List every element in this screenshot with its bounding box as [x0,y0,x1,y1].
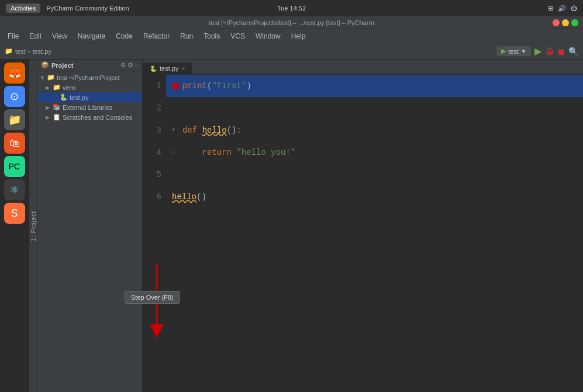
code-text-6: hello() [172,192,206,202]
run-config-icon: ▶ [501,47,506,55]
project-tab-label: 1: Project [30,210,36,241]
tree-item-testpy[interactable]: ▶ 🐍 test.py [37,92,142,102]
run-button[interactable]: ▶ [534,46,541,57]
project-toolbar: ⊕ ⚙ − [120,61,139,69]
menu-bar: File Edit View Navigate Code Refactor Ru… [0,29,583,43]
editor-tab-testpy[interactable]: 🐍 test.py × [143,63,192,74]
window-title: test [~/PycharmProjects/test] – .../test… [209,19,374,26]
breadcrumb-test[interactable]: test [15,48,26,55]
run-config-dropdown-icon: ▼ [521,48,526,54]
project-gear-icon[interactable]: ⚙ [127,61,133,69]
app-icon-chrome[interactable]: ⊙ [4,86,25,107]
editor-content[interactable]: 1 2 3 4 5 6 print("first") ▼ def hello()… [143,75,583,392]
project-header: 📦 Project ⊕ ⚙ − [37,60,142,71]
app-dock: 🦊 ⊙ 📁 🛍 PC ⚛ S [0,60,29,392]
line-num-1: 1 [143,75,161,97]
extlibs-icon: 📚 [53,103,61,111]
menu-help[interactable]: Help [287,31,311,41]
code-area[interactable]: print("first") ▼ def hello(): ▷ return "… [166,75,583,392]
code-line-3: ▼ def hello(): [172,119,577,141]
fold-indicator-4[interactable]: ▷ [172,141,180,164]
app-icon-sublime[interactable]: S [4,203,25,224]
line-numbers: 1 2 3 4 5 6 [143,75,166,392]
volume-icon: 🔊 [558,5,566,12]
code-line-4: ▷ return "hello you!" [172,141,577,164]
app-icon-atom[interactable]: ⚛ [4,179,25,200]
system-time: Tue 14:52 [277,5,306,12]
minimize-button[interactable] [562,19,569,26]
menu-navigate[interactable]: Navigate [73,31,110,41]
menu-window[interactable]: Window [251,31,285,41]
tree-item-root[interactable]: ▼ 📁 test ~/PycharmProject [37,72,142,82]
activities-button[interactable]: Activities [6,4,40,13]
search-button[interactable]: 🔍 [568,47,578,56]
fold-indicator-3[interactable]: ▼ [172,119,180,141]
project-icon: 📦 [41,61,49,69]
project-panel: 📦 Project ⊕ ⚙ − ▼ 📁 test ~/PycharmProjec… [37,60,143,392]
menu-edit[interactable]: Edit [25,31,46,41]
close-button[interactable] [553,19,560,26]
code-line-1: print("first") [166,75,583,97]
system-bar: Activities PyCharm Community Edition Tue… [0,0,583,16]
menu-view[interactable]: View [47,31,72,41]
menu-run[interactable]: Run [175,31,198,41]
tab-close-icon[interactable]: × [181,65,185,72]
app-icon-firefox[interactable]: 🦊 [4,63,25,84]
line-num-5: 5 [143,164,161,186]
app-icon-pycharm[interactable]: PC [4,156,25,177]
editor-area: 🐍 test.py × 1 2 3 4 5 6 print("first") [143,60,583,392]
tree-item-extlibs[interactable]: ▶ 📚 External Libraries [37,102,142,112]
menu-refactor[interactable]: Refactor [139,31,174,41]
code-line-2 [172,97,577,119]
debug-button[interactable]: 🐞 [545,47,554,55]
breakpoint-1[interactable] [172,82,179,89]
run-config-selector[interactable]: ▶ test ▼ [496,46,531,56]
line-num-3: 3 [143,119,161,141]
code-text-1: print("first") [182,75,251,97]
code-line-5 [172,164,577,186]
tree-item-scratches[interactable]: ▶ 📋 Scratches and Consoles [37,112,142,122]
root-folder-icon: 📁 [47,74,55,81]
tree-label-extlibs: External Libraries [63,104,113,111]
tree-arrow-scratches: ▶ [46,115,53,120]
main-area: 🦊 ⊙ 📁 🛍 PC ⚛ S 1: Project 📦 Project ⊕ ⚙ … [0,60,583,392]
tab-py-icon: 🐍 [150,65,157,72]
breadcrumb-sep: › [28,48,30,55]
step-over-tooltip: Step Over (F8) [125,291,180,304]
code-line-6: hello() [172,186,577,208]
toolbar: 📁 test › test.py ▶ test ▼ ▶ 🐞 ◼ 🔍 [0,43,583,60]
breadcrumb-file[interactable]: test.py [32,48,51,55]
testpy-icon: 🐍 [60,93,68,101]
project-tab-container[interactable]: 1: Project [29,60,37,392]
venv-folder-icon: 📁 [53,84,61,91]
line-num-2: 2 [143,97,161,119]
project-title: Project [51,62,73,69]
tree-arrow-venv: ▶ [46,85,53,91]
stop-button[interactable]: ◼ [558,47,565,56]
app-icon-files[interactable]: 📁 [4,109,25,130]
maximize-button[interactable] [571,19,578,26]
tree-arrow-extlibs: ▶ [46,105,53,110]
tree-label-venv: venv [63,84,76,91]
code-text-4: return "hello you!" [182,141,295,164]
editor-tabs: 🐍 test.py × [143,60,583,75]
project-sync-icon[interactable]: ⊕ [120,61,126,69]
app-name-label: PyCharm Community Edition [46,5,129,12]
tree-arrow-root: ▼ [40,75,47,81]
run-config-label: test [508,48,519,55]
tree-item-venv[interactable]: ▶ 📁 venv [37,82,142,92]
network-icon: ⊞ [548,5,553,12]
toolbar-folder-icon: 📁 [5,47,13,55]
power-icon: ⏻ [571,5,577,12]
menu-vcs[interactable]: VCS [226,31,250,41]
project-minimize-icon[interactable]: − [135,61,139,69]
line-num-4: 4 [143,141,161,164]
app-icon-software[interactable]: 🛍 [4,133,25,154]
menu-file[interactable]: File [3,31,23,41]
tree-label-testpy: test.py [70,94,88,101]
tab-label-testpy: test.py [160,65,178,72]
step-over-label: Step Over (F8) [131,294,174,301]
menu-tools[interactable]: Tools [199,31,225,41]
title-bar: test [~/PycharmProjects/test] – .../test… [0,16,583,29]
menu-code[interactable]: Code [111,31,137,41]
